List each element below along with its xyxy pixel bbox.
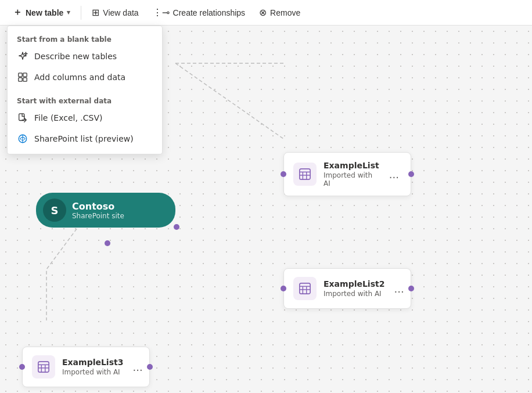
new-table-label: New table <box>26 8 63 17</box>
contoso-avatar: S <box>43 199 66 222</box>
example-list2-card[interactable]: ExampleList2 Imported with AI ... <box>283 268 411 309</box>
toolbar: ＋ New table ▾ ⊞ View data ⋮⊸ Create rela… <box>0 0 532 26</box>
contoso-text: Contoso SharePoint site <box>72 201 124 220</box>
card2-content: ExampleList2 Imported with AI <box>323 279 384 298</box>
card3-icon <box>32 355 55 378</box>
file-icon <box>17 112 28 124</box>
dropdown-section-blank: Start from a blank table <box>8 31 162 46</box>
view-data-label: View data <box>103 8 138 17</box>
new-table-dropdown: Start from a blank table Describe new ta… <box>7 26 163 154</box>
card2-left-dot <box>281 286 286 291</box>
card1-left-dot <box>281 171 286 177</box>
card2-subtitle: Imported with AI <box>323 290 384 298</box>
contoso-right-dot <box>174 224 179 230</box>
create-relationships-label: Create relationships <box>173 8 246 17</box>
plus-icon: ＋ <box>13 6 22 19</box>
file-import-label: File (Excel, .CSV) <box>34 113 102 122</box>
contoso-node[interactable]: S Contoso SharePoint site <box>36 193 175 228</box>
sharepoint-icon <box>17 133 28 145</box>
card3-right-dot <box>147 364 153 370</box>
svg-rect-4 <box>19 114 24 121</box>
svg-rect-7 <box>300 169 310 179</box>
card1-right-dot <box>408 171 414 177</box>
remove-icon: ⊗ <box>259 7 267 18</box>
card1-subtitle: Imported with AI <box>323 171 380 188</box>
remove-label: Remove <box>270 8 300 17</box>
card3-subtitle: Imported with AI <box>62 368 123 376</box>
describe-tables-item[interactable]: Describe new tables <box>8 46 162 67</box>
divider <box>81 6 81 20</box>
card2-icon <box>293 277 317 300</box>
card1-icon <box>293 163 317 186</box>
svg-rect-0 <box>19 73 22 77</box>
card3-name: ExampleList3 <box>62 358 123 367</box>
add-columns-item[interactable]: Add columns and data <box>8 67 162 88</box>
sharepoint-import-item[interactable]: SharePoint list (preview) <box>8 128 162 149</box>
card3-content: ExampleList3 Imported with AI <box>62 358 123 376</box>
chevron-down-icon: ▾ <box>67 9 70 16</box>
contoso-bottom-dot <box>105 240 110 246</box>
create-relationships-button[interactable]: ⋮⊸ Create relationships <box>147 3 251 21</box>
sparkle-icon <box>17 51 28 62</box>
card3-left-dot <box>19 364 25 370</box>
remove-button[interactable]: ⊗ Remove <box>253 3 306 21</box>
contoso-name: Contoso <box>72 201 124 212</box>
relationship-icon: ⋮⊸ <box>153 7 170 18</box>
file-import-item[interactable]: File (Excel, .CSV) <box>8 107 162 128</box>
svg-rect-1 <box>23 73 27 77</box>
svg-rect-17 <box>38 362 49 372</box>
example-list-card[interactable]: ExampleList Imported with AI ... <box>283 152 411 196</box>
view-data-button[interactable]: ⊞ View data <box>86 3 144 21</box>
svg-rect-12 <box>300 283 310 294</box>
card2-name: ExampleList2 <box>323 279 384 289</box>
grid-icon <box>17 71 28 83</box>
example-list3-card[interactable]: ExampleList3 Imported with AI ... <box>22 347 150 387</box>
table-icon: ⊞ <box>92 7 99 18</box>
describe-tables-label: Describe new tables <box>34 52 117 61</box>
card1-menu-button[interactable]: ... <box>387 167 401 182</box>
sharepoint-import-label: SharePoint list (preview) <box>34 134 134 143</box>
dropdown-section-external: Start with external data <box>8 92 162 107</box>
card2-menu-button[interactable]: ... <box>391 282 406 296</box>
card3-menu-button[interactable]: ... <box>130 360 145 374</box>
card1-content: ExampleList Imported with AI <box>323 161 380 188</box>
contoso-subtitle: SharePoint site <box>72 212 124 220</box>
card1-name: ExampleList <box>323 161 380 170</box>
card2-right-dot <box>408 286 414 291</box>
svg-rect-2 <box>19 78 22 81</box>
add-columns-label: Add columns and data <box>34 73 125 82</box>
svg-rect-3 <box>23 78 27 81</box>
new-table-button[interactable]: ＋ New table ▾ <box>7 3 76 22</box>
